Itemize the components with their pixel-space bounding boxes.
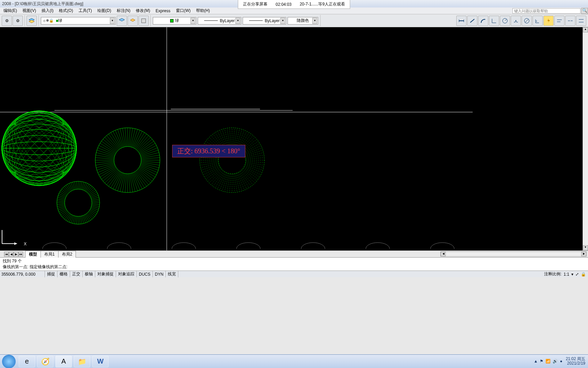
svg-line-162 [84,183,87,190]
toggle-polar[interactable]: 极轴 [83,271,95,277]
tab-prev-icon[interactable]: ◀ [9,252,14,257]
layer-manager-icon[interactable] [27,16,37,26]
task-app1-icon[interactable]: 🧭 [37,356,53,367]
toggle-grid[interactable]: 栅格 [58,271,70,277]
tab-nav: ⏮ ◀ ▶ ⏭ [4,252,23,257]
chevron-down-icon[interactable]: ▾ [191,18,195,24]
tray-vol-icon[interactable]: 🔊 [553,359,558,364]
scroll-left-icon[interactable]: ◀ [441,252,446,256]
svg-line-287 [213,171,224,186]
svg-line-183 [140,166,157,175]
menu-dim[interactable]: 标注(N) [114,7,133,14]
svg-line-262 [245,163,263,168]
color-dropdown[interactable]: 绿 ▾ [153,17,196,25]
svg-line-240 [131,129,135,147]
svg-line-158 [79,181,80,189]
tray-net-icon[interactable]: 📶 [545,359,551,364]
annoscale-dropdown-icon[interactable]: ▾ [571,272,573,277]
status-icon-2[interactable]: 🔒 [581,272,586,277]
tab-first-icon[interactable]: ⏮ [4,252,9,257]
svg-line-239 [130,128,133,147]
menu-modify[interactable]: 修改(M) [133,7,153,14]
menu-tools[interactable]: 工具(T) [76,7,95,14]
task-autocad-icon[interactable]: A [55,356,72,367]
layer-prev-icon[interactable] [117,16,127,26]
task-word-icon[interactable]: W [92,356,109,367]
tab-next-icon[interactable]: ▶ [14,252,18,257]
status-icon-1[interactable]: ⤢ [575,272,579,277]
chevron-down-icon[interactable]: ▾ [280,18,285,24]
menu-insert[interactable]: 插入(I) [39,7,56,14]
toggle-otrack[interactable]: 对象追踪 [116,271,137,277]
group-props: 绿 ▾ ByLayer ▾ ByLayer ▾ 随颜色 ▾ [151,15,321,26]
svg-line-198 [125,174,127,193]
toggle-ortho[interactable]: 正交 [70,271,83,277]
svg-line-291 [206,168,221,179]
menu-express[interactable]: Express [153,8,173,14]
tool-gear1-icon[interactable]: ⚙ [2,16,12,26]
dim-quick-icon[interactable] [543,16,554,26]
dim-ordinate-icon[interactable] [489,16,499,26]
dim-continue-icon[interactable] [565,16,575,26]
tray-clock[interactable]: 21:02 周五 2021/2/19 [566,357,585,366]
layer-states-icon[interactable] [128,16,138,26]
share-viewers: 20-7-1......等9人正在观看 [300,1,345,7]
tab-layout1[interactable]: 布局1 [40,251,59,258]
horizontal-scrollbar[interactable]: ◀ ▶ [440,251,587,257]
task-ie-icon[interactable]: e [19,356,35,367]
tool-gear2-icon[interactable]: ⚙ [13,16,23,26]
drawing-area[interactable]: X 正交: 6936.539 < 180° ▲ ▼ [0,27,588,250]
menu-edit[interactable]: 编辑(E) [1,7,20,14]
menu-view[interactable]: 视图(V) [20,7,39,14]
annoscale-value[interactable]: 1:1 [564,272,569,277]
scroll-right-icon[interactable]: ▶ [581,252,586,256]
dim-linear-icon[interactable] [456,16,467,26]
dim-aligned-icon[interactable] [467,16,477,26]
toggle-osnap[interactable]: 对象捕捉 [95,271,116,277]
start-button[interactable] [2,355,16,368]
svg-line-322 [235,129,240,147]
dim-baseline-icon[interactable] [554,16,565,26]
tab-model[interactable]: 模型 [25,251,41,258]
dim-space-icon[interactable] [576,16,586,26]
toggle-dyn[interactable]: DYN [153,271,166,277]
layer-iso-icon[interactable] [138,16,149,26]
layer-dropdown[interactable]: ☼❄🔒 ■ 绿 ▾ [41,17,116,25]
lineweight-dropdown[interactable]: ByLayer ▾ [243,17,286,25]
search-icon[interactable]: 🔍 [581,8,588,14]
scroll-track[interactable] [583,32,588,245]
linetype-dropdown[interactable]: ByLayer ▾ [198,17,241,25]
dim-radius-icon[interactable] [500,16,510,26]
help-input[interactable] [512,8,581,14]
tray-app-icon[interactable]: ● [560,359,562,364]
toggle-snap[interactable]: 捕捉 [45,271,58,277]
svg-line-196 [129,174,130,193]
menu-draw[interactable]: 绘图(D) [95,7,114,14]
dim-jog-icon[interactable] [511,16,521,26]
toggle-lwt[interactable]: 线宽 [166,271,178,277]
menu-window[interactable]: 窗口(W) [173,7,193,14]
command-window[interactable]: 找到 79 个 像线的第一点: 指定镜像线的第二点: [0,257,588,271]
chevron-down-icon[interactable]: ▾ [312,18,317,24]
menu-help[interactable]: 帮助(H) [193,7,213,14]
scroll-up-icon[interactable]: ▲ [583,27,588,32]
chevron-down-icon[interactable]: ▾ [110,18,115,24]
dim-arc-icon[interactable] [478,16,488,26]
dim-angular-icon[interactable] [533,16,543,26]
tab-layout2[interactable]: 布局2 [58,251,76,258]
chevron-down-icon[interactable]: ▾ [235,18,240,24]
svg-line-333 [244,145,261,154]
clock-date: 2021/2/19 [566,361,585,366]
plotstyle-dropdown[interactable]: 随颜色 ▾ [288,17,318,25]
task-explorer-icon[interactable]: 📁 [74,356,90,367]
scroll-down-icon[interactable]: ▼ [583,245,588,250]
dim-diameter-icon[interactable] [522,16,532,26]
svg-line-215 [96,162,114,165]
vertical-scrollbar[interactable]: ▲ ▼ [583,27,588,250]
toggle-ducs[interactable]: DUCS [137,271,153,277]
tray-up-icon[interactable]: ▲ [534,359,538,364]
svg-line-170 [91,194,98,197]
tray-flag-icon[interactable]: ⚑ [540,359,543,364]
menu-format[interactable]: 格式(O) [56,7,76,14]
tab-last-icon[interactable]: ⏭ [18,252,23,257]
